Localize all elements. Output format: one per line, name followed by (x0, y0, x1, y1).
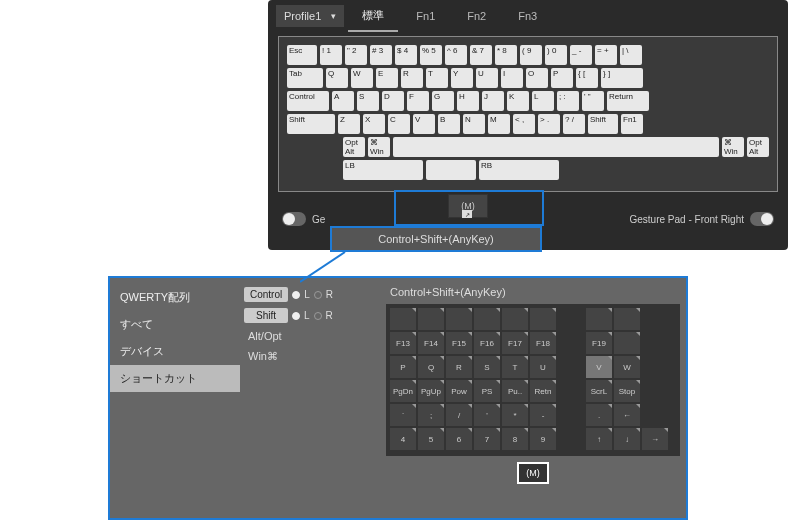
key-9[interactable]: ( 9 (520, 45, 542, 65)
key-q[interactable]: Q (326, 68, 348, 88)
key-shift-r[interactable]: Shift (588, 114, 618, 134)
key-p[interactable]: P (551, 68, 573, 88)
key-b[interactable]: B (438, 114, 460, 134)
key-period[interactable]: > . (538, 114, 560, 134)
profile-dropdown[interactable]: Profile1 ▾ (276, 5, 344, 27)
grid-key-5[interactable]: 5 (418, 428, 444, 450)
key-8[interactable]: * 8 (495, 45, 517, 65)
grid-key[interactable] (614, 332, 640, 354)
key-a[interactable]: A (332, 91, 354, 111)
key-control[interactable]: Control (287, 91, 329, 111)
grid-key-quote[interactable]: ' (474, 404, 500, 426)
grid-key-6[interactable]: 6 (446, 428, 472, 450)
key-w[interactable]: W (351, 68, 373, 88)
key-comma[interactable]: < , (513, 114, 535, 134)
key-shift-l[interactable]: Shift (287, 114, 335, 134)
grid-key-pu[interactable]: Pu.. (502, 380, 528, 402)
key-m[interactable]: M (488, 114, 510, 134)
mod-control-chip[interactable]: Control (244, 287, 288, 302)
key-0[interactable]: ) 0 (545, 45, 567, 65)
key-x[interactable]: X (363, 114, 385, 134)
key-n[interactable]: N (463, 114, 485, 134)
grid-key[interactable] (474, 308, 500, 330)
key-lbracket[interactable]: { [ (576, 68, 598, 88)
key-f[interactable]: F (407, 91, 429, 111)
key-g[interactable]: G (432, 91, 454, 111)
key-return[interactable]: Return (607, 91, 649, 111)
grid-key-pgup[interactable]: PgUp (418, 380, 444, 402)
sidebar-item-device[interactable]: デバイス (110, 338, 240, 365)
grid-key-retn[interactable]: Retn (530, 380, 556, 402)
grid-key[interactable] (418, 308, 444, 330)
grid-key[interactable] (586, 308, 612, 330)
key-semicolon[interactable]: ; : (557, 91, 579, 111)
grid-key-dot[interactable]: . (586, 404, 612, 426)
key-win-r[interactable]: ⌘ Win (722, 137, 744, 157)
grid-key-w[interactable]: W (614, 356, 640, 378)
sidebar-item-all[interactable]: すべて (110, 311, 240, 338)
key-5[interactable]: % 5 (420, 45, 442, 65)
grid-key-f15[interactable]: F15 (446, 332, 472, 354)
sidebar-item-qwerty[interactable]: QWERTY配列 (110, 284, 240, 311)
key-2[interactable]: " 2 (345, 45, 367, 65)
key-r[interactable]: R (401, 68, 423, 88)
grid-key[interactable] (446, 308, 472, 330)
grid-key[interactable] (530, 308, 556, 330)
m-assign-button[interactable]: (M) (517, 462, 549, 484)
key-i[interactable]: I (501, 68, 523, 88)
mod-win-label[interactable]: Win⌘ (240, 346, 380, 367)
key-3[interactable]: # 3 (370, 45, 392, 65)
key-esc[interactable]: Esc (287, 45, 317, 65)
tab-standard[interactable]: 標準 (348, 0, 398, 32)
key-c[interactable]: C (388, 114, 410, 134)
tab-fn1[interactable]: Fn1 (402, 0, 449, 32)
key-tab[interactable]: Tab (287, 68, 323, 88)
radio-shift-r[interactable] (314, 312, 322, 320)
grid-key-f14[interactable]: F14 (418, 332, 444, 354)
grid-key-f17[interactable]: F17 (502, 332, 528, 354)
key-slash[interactable]: ? / (563, 114, 585, 134)
key-space[interactable] (393, 137, 719, 157)
grid-key-f18[interactable]: F18 (530, 332, 556, 354)
grid-key-backtick[interactable]: ` (390, 404, 416, 426)
key-y[interactable]: Y (451, 68, 473, 88)
key-4[interactable]: $ 4 (395, 45, 417, 65)
grid-key-stop[interactable]: Stop (614, 380, 640, 402)
grid-key-slash[interactable]: / (446, 404, 472, 426)
key-alt-l[interactable]: Opt Alt (343, 137, 365, 157)
key-mb[interactable] (426, 160, 476, 180)
key-win-l[interactable]: ⌘ Win (368, 137, 390, 157)
grid-key-p[interactable]: P (390, 356, 416, 378)
key-k[interactable]: K (507, 91, 529, 111)
grid-key-8[interactable]: 8 (502, 428, 528, 450)
grid-key-f19[interactable]: F19 (586, 332, 612, 354)
key-backslash[interactable]: | \ (620, 45, 642, 65)
tab-fn2[interactable]: Fn2 (453, 0, 500, 32)
key-rb[interactable]: RB (479, 160, 559, 180)
grid-key-left[interactable]: ← (614, 404, 640, 426)
key-s[interactable]: S (357, 91, 379, 111)
sidebar-item-shortcut[interactable]: ショートカット (110, 365, 240, 392)
key-t[interactable]: T (426, 68, 448, 88)
key-l[interactable]: L (532, 91, 554, 111)
key-z[interactable]: Z (338, 114, 360, 134)
grid-key-scrl[interactable]: ScrL (586, 380, 612, 402)
grid-key-4[interactable]: 4 (390, 428, 416, 450)
key-o[interactable]: O (526, 68, 548, 88)
mod-alt-label[interactable]: Alt/Opt (240, 326, 380, 346)
grid-key-9[interactable]: 9 (530, 428, 556, 450)
key-rbracket[interactable]: } ] (601, 68, 643, 88)
gesture-left-toggle[interactable] (282, 212, 306, 226)
key-minus[interactable]: _ - (570, 45, 592, 65)
key-h[interactable]: H (457, 91, 479, 111)
key-j[interactable]: J (482, 91, 504, 111)
grid-key-right[interactable]: → (642, 428, 668, 450)
gesture-right-toggle[interactable] (750, 212, 774, 226)
grid-key-t[interactable]: T (502, 356, 528, 378)
grid-key[interactable] (614, 308, 640, 330)
mod-shift-chip[interactable]: Shift (244, 308, 288, 323)
grid-key-f13[interactable]: F13 (390, 332, 416, 354)
grid-key-u[interactable]: U (530, 356, 556, 378)
grid-key-7[interactable]: 7 (474, 428, 500, 450)
grid-key-pgdn[interactable]: PgDn (390, 380, 416, 402)
